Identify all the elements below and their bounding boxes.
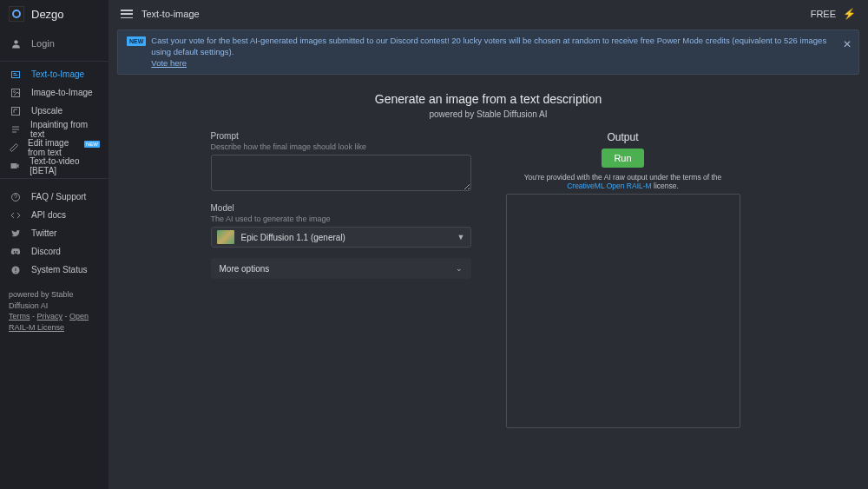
sidebar-item-inpainting[interactable]: Inpainting from text [0, 120, 108, 138]
close-icon[interactable]: ✕ [843, 37, 852, 51]
sidebar-item-image-to-image[interactable]: Image-to-Image [0, 83, 108, 102]
sidebar-item-text-to-image[interactable]: Text-to-Image [0, 65, 108, 83]
model-selected: Epic Diffusion 1.1 (general) [241, 233, 457, 242]
prompt-desc: Describe how the final image should look… [211, 142, 471, 151]
upscale-icon [9, 104, 23, 118]
bolt-icon[interactable]: ⚡ [843, 8, 856, 20]
headline: Generate an image from a text descriptio… [211, 92, 766, 106]
license-link[interactable]: CreativeML Open RAIL-M [567, 182, 651, 190]
banner-text: Cast your vote for the best AI-generated… [151, 36, 826, 56]
model-select[interactable]: Epic Diffusion 1.1 (general) ▼ [211, 227, 471, 248]
status-icon [9, 263, 23, 277]
footer-terms-link[interactable]: Terms [9, 312, 30, 320]
video-icon [9, 159, 21, 173]
sidebar-footer: powered by Stable Diffusion AI Terms - P… [0, 282, 108, 340]
sidebar-item-label: Discord [31, 247, 61, 256]
model-desc: The AI used to generate the image [211, 215, 471, 223]
brand-row: Dezgo [0, 0, 108, 28]
app-logo [9, 6, 24, 22]
sidebar-item-faq[interactable]: FAQ / Support [0, 188, 108, 206]
plan-label[interactable]: FREE [811, 9, 836, 19]
svg-point-3 [14, 90, 16, 92]
prompt-label: Prompt [211, 131, 471, 141]
sidebar-item-label: FAQ / Support [31, 192, 86, 202]
sidebar-item-upscale[interactable]: Upscale [0, 102, 108, 120]
more-options-toggle[interactable]: More options ⌄ [211, 258, 471, 279]
svg-point-0 [14, 40, 17, 43]
text-image-icon [9, 68, 23, 82]
sidebar-item-twitter[interactable]: Twitter [0, 224, 108, 242]
svg-rect-9 [16, 272, 16, 273]
inpainting-icon [9, 122, 22, 136]
topbar: Text-to-image FREE ⚡ [108, 0, 868, 28]
user-icon [9, 36, 23, 50]
svg-rect-8 [16, 268, 16, 271]
sidebar-item-label: System Status [31, 265, 87, 274]
login-label: Login [31, 38, 55, 49]
svg-rect-5 [11, 163, 17, 169]
model-thumb [217, 230, 234, 244]
sidebar-item-label: Upscale [31, 106, 62, 116]
output-license: You're provided with the AI raw output u… [506, 173, 740, 190]
output-canvas [506, 194, 740, 428]
sidebar-item-label: Text-to-video [BETA] [30, 156, 100, 175]
discord-icon [9, 245, 23, 259]
banner-tag: NEW [127, 36, 146, 46]
page-title: Text-to-image [141, 9, 200, 19]
sidebar-item-label: Twitter [31, 228, 56, 238]
help-icon [9, 190, 23, 204]
announce-banner: NEW Cast your vote for the best AI-gener… [117, 30, 859, 75]
sidebar-item-label: Edit image from text [28, 138, 82, 157]
sidebar-item-text-to-video[interactable]: Text-to-video [BETA] [0, 156, 108, 175]
sidebar-item-status[interactable]: System Status [0, 261, 108, 279]
code-icon [9, 208, 23, 222]
sidebar-item-label: Inpainting from text [30, 120, 100, 139]
chevron-down-icon: ⌄ [456, 264, 463, 273]
svg-rect-4 [12, 107, 20, 115]
sidebar-item-edit-image[interactable]: Edit image from text NEW [0, 138, 108, 156]
banner-link[interactable]: Vote here [151, 58, 187, 68]
sidebar-item-discord[interactable]: Discord [0, 242, 108, 261]
new-badge: NEW [84, 141, 100, 148]
run-button[interactable]: Run [602, 149, 643, 168]
login-button[interactable]: Login [0, 31, 108, 56]
subhead: powered by Stable Diffusion AI [211, 109, 766, 119]
prompt-input[interactable] [211, 155, 471, 191]
footer-privacy-link[interactable]: Privacy [37, 312, 63, 320]
sidebar-item-label: Text-to-Image [31, 69, 84, 79]
more-options-label: More options [220, 264, 270, 274]
twitter-icon [9, 227, 23, 241]
edit-icon [9, 141, 19, 155]
sidebar-item-label: Image-to-Image [31, 88, 93, 97]
brand-name: Dezgo [31, 8, 64, 21]
model-label: Model [211, 203, 471, 213]
image-image-icon [9, 86, 23, 100]
menu-icon[interactable] [121, 10, 133, 18]
output-title: Output [607, 131, 638, 143]
chevron-down-icon: ▼ [457, 233, 465, 241]
footer-powered: powered by Stable Diffusion AI [9, 289, 100, 311]
sidebar-item-label: API docs [31, 210, 66, 220]
sidebar-item-api[interactable]: API docs [0, 206, 108, 224]
